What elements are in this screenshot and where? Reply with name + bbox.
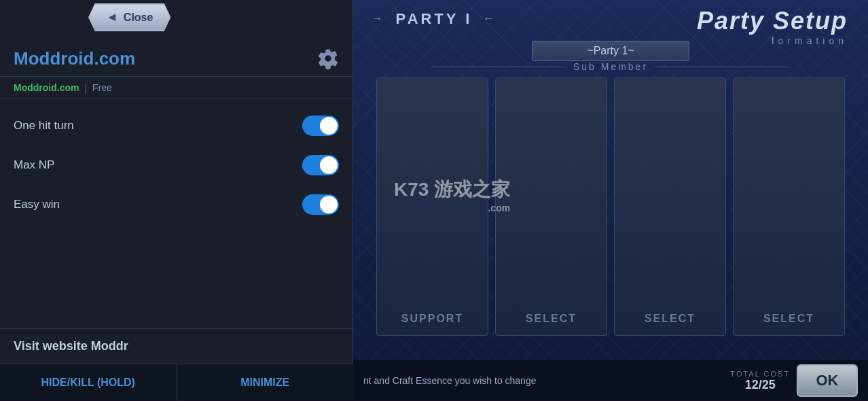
toggle-item-one-hit-turn: One hit turn (0, 106, 352, 145)
card-slot-support-label: SUPPORT (401, 313, 463, 325)
sub-member-section: Sub Member SUPPORT SELECT SELECT SELECT (353, 61, 868, 360)
party-title: → PARTY I ← (371, 10, 498, 28)
close-button-wrapper: ◄ Close (88, 3, 170, 31)
total-cost-label: TOTAL COST (730, 370, 790, 378)
toggle-switch-easy-win[interactable] (302, 194, 339, 215)
panel-header: Moddroid.com (0, 37, 352, 77)
subtitle-green: Moddroid.com (14, 82, 79, 93)
game-bottom-bar: nt and Craft Essence you wish to change … (353, 360, 868, 401)
hide-kill-button[interactable]: HIDE/KILL (HOLD) (0, 364, 177, 401)
subtitle-separator: | (84, 82, 87, 93)
minimize-button[interactable]: MINIMIZE (177, 364, 354, 401)
party-arrow-right: ← (482, 12, 497, 26)
card-slot-3[interactable]: SELECT (733, 77, 845, 336)
toggle-label-easy-win: Easy win (14, 198, 60, 211)
subtitle-free: Free (92, 82, 112, 93)
close-button-arrow-icon: ◄ (106, 10, 118, 24)
toggle-switch-max-np[interactable] (302, 155, 339, 175)
card-slot-support[interactable]: SUPPORT (376, 77, 488, 336)
toggle-label-max-np: Max NP (14, 158, 54, 172)
total-cost-value: 12/25 (730, 378, 790, 392)
party-arrow-left: → (371, 12, 386, 26)
party-tab[interactable]: ~Party 1~ (353, 37, 868, 65)
toggle-item-max-np: Max NP (0, 145, 352, 185)
close-button[interactable]: ◄ Close (88, 3, 170, 31)
toggle-item-easy-win: Easy win (0, 185, 352, 224)
gear-icon[interactable] (317, 48, 339, 69)
card-slot-1-label: SELECT (526, 313, 577, 325)
visit-text: Visit website Moddr (0, 328, 352, 364)
total-cost-area: TOTAL COST 12/25 (730, 370, 790, 392)
card-slot-2-label: SELECT (645, 313, 695, 325)
close-button-label: Close (124, 12, 153, 24)
toggle-list: One hit turn Max NP Easy win (0, 99, 352, 328)
panel-title: Moddroid.com (14, 48, 135, 69)
panel-subtitle: Moddroid.com | Free (0, 77, 352, 99)
party-title-text: PARTY I (396, 10, 473, 28)
overlay-panel: Moddroid.com Moddroid.com | Free One hit… (0, 0, 353, 364)
panel-bottom: HIDE/KILL (HOLD) MINIMIZE (0, 364, 353, 401)
toggle-label-one-hit-turn: One hit turn (14, 119, 74, 133)
craft-text: nt and Craft Essence you wish to change (363, 375, 723, 386)
ok-button[interactable]: OK (797, 364, 858, 397)
card-slot-2[interactable]: SELECT (614, 77, 726, 336)
party-setup-main: Party Setup (697, 7, 848, 35)
card-slot-1[interactable]: SELECT (495, 77, 607, 336)
toggle-switch-one-hit-turn[interactable] (302, 116, 339, 136)
card-slot-3-label: SELECT (763, 313, 814, 325)
party-tab-label: ~Party 1~ (532, 41, 689, 61)
sub-member-label: Sub Member (353, 61, 868, 72)
card-slots: SUPPORT SELECT SELECT SELECT (353, 77, 868, 336)
